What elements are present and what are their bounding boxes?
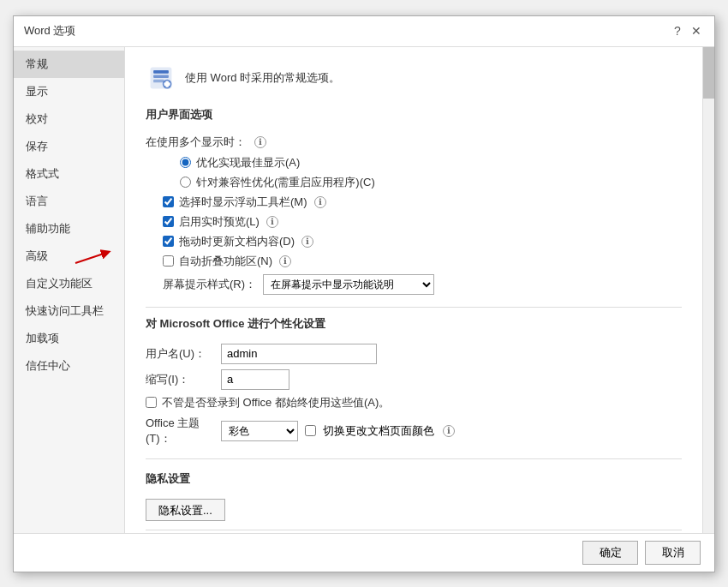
sidebar-item-general[interactable]: 常规 [14, 51, 124, 78]
optimize-label[interactable]: 优化实现最佳显示(A) [196, 155, 300, 171]
auto-collapse-row: 自动折叠功能区(N) ℹ [146, 254, 682, 269]
show-toolbar-info-icon[interactable]: ℹ [314, 196, 326, 208]
username-input[interactable] [221, 344, 377, 364]
multi-display-label: 在使用多个显示时： [146, 135, 246, 150]
auto-collapse-checkbox[interactable] [163, 255, 174, 267]
show-toolbar-row: 选择时显示浮动工具栏(M) ℹ [146, 195, 682, 210]
username-label: 用户名(U)： [146, 346, 214, 362]
compat-radio-row: 针对兼容性优化(需重启应用程序)(C) [146, 175, 682, 190]
sidebar-item-save[interactable]: 保存 [14, 133, 124, 160]
drag-update-label[interactable]: 拖动时更新文档内容(D) [179, 234, 295, 249]
always-use-checkbox[interactable] [146, 397, 157, 408]
realtime-preview-info-icon[interactable]: ℹ [266, 216, 278, 228]
screen-tip-row: 屏幕提示样式(R)： 在屏幕提示中显示功能说明 不显示功能说明 不显示屏幕提示 [146, 274, 682, 295]
scrollbar-thumb[interactable] [703, 47, 714, 99]
dialog-title: Word 选项 [24, 23, 75, 39]
sidebar-item-language[interactable]: 语言 [14, 188, 124, 215]
sidebar-item-proofing[interactable]: 校对 [14, 105, 124, 133]
personalize-section-title: 对 Microsoft Office 进行个性化设置 [146, 316, 682, 335]
always-use-row: 不管是否登录到 Office 都始终使用这些值(A)。 [146, 395, 682, 410]
realtime-preview-row: 启用实时预览(L) ℹ [146, 214, 682, 230]
sidebar-item-trust-center[interactable]: 信任中心 [14, 352, 124, 380]
help-button[interactable]: ? [670, 23, 685, 39]
drag-update-row: 拖动时更新文档内容(D) ℹ [146, 234, 682, 249]
ui-section-title: 用户界面选项 [146, 107, 682, 126]
initials-label: 缩写(I)： [146, 372, 214, 387]
sidebar-item-format[interactable]: 格式式 [14, 160, 124, 188]
svg-rect-8 [164, 82, 170, 86]
separator-2 [146, 458, 682, 459]
privacy-section: 隐私设置 隐私设置... [146, 471, 682, 521]
drag-update-checkbox[interactable] [163, 236, 174, 247]
sidebar-item-quick-access[interactable]: 快速访问工具栏 [14, 297, 124, 325]
close-button[interactable]: ✕ [689, 23, 704, 39]
realtime-preview-checkbox[interactable] [163, 216, 174, 227]
personalize-group: 对 Microsoft Office 进行个性化设置 用户名(U)： 缩写(I)… [146, 316, 682, 446]
word-options-dialog: Word 选项 ? ✕ 常规 显示 校对 保存 格式式 语言 辅助功能 高级 [13, 15, 715, 572]
initials-row: 缩写(I)： [146, 369, 682, 390]
screen-tip-select[interactable]: 在屏幕提示中显示功能说明 不显示功能说明 不显示屏幕提示 [263, 274, 434, 295]
section-icon [146, 63, 176, 93]
privacy-settings-button[interactable]: 隐私设置... [146, 499, 225, 521]
sidebar-item-accessibility[interactable]: 辅助功能 [14, 215, 124, 243]
dialog-body: 常规 显示 校对 保存 格式式 语言 辅助功能 高级 [14, 47, 714, 533]
scrollbar[interactable] [702, 47, 714, 533]
username-row: 用户名(U)： [146, 344, 682, 364]
sidebar: 常规 显示 校对 保存 格式式 语言 辅助功能 高级 [14, 47, 125, 533]
title-bar: Word 选项 ? ✕ [14, 16, 714, 47]
show-toolbar-label[interactable]: 选择时显示浮动工具栏(M) [179, 195, 307, 210]
change-bg-label[interactable]: 切换更改文档页面颜色 [323, 423, 434, 439]
auto-collapse-info-icon[interactable]: ℹ [279, 255, 291, 267]
sidebar-item-addins[interactable]: 加载项 [14, 325, 124, 352]
show-toolbar-checkbox[interactable] [163, 196, 174, 207]
multi-display-row: 在使用多个显示时： ℹ [146, 135, 682, 150]
privacy-section-title: 隐私设置 [146, 471, 682, 490]
theme-label: Office 主题(T)： [146, 416, 214, 446]
auto-collapse-label[interactable]: 自动折叠功能区(N) [179, 254, 272, 269]
initials-input[interactable] [221, 369, 289, 390]
theme-select[interactable]: 彩色 深灰色 黑色 白色 [221, 421, 298, 441]
screen-tip-label: 屏幕提示样式(R)： [163, 277, 256, 292]
privacy-button-wrapper: 隐私设置... [146, 499, 682, 521]
ok-button[interactable]: 确定 [582, 541, 638, 565]
ui-options-group: 用户界面选项 在使用多个显示时： ℹ 优化实现最佳显示(A) 针对兼容性优化(需… [146, 107, 682, 295]
multi-display-info-icon[interactable]: ℹ [254, 136, 266, 148]
section-header: 使用 Word 时采用的常规选项。 [146, 63, 682, 93]
realtime-preview-label[interactable]: 启用实时预览(L) [179, 214, 260, 230]
general-options-icon [147, 64, 175, 92]
svg-rect-4 [153, 75, 169, 78]
optimize-radio[interactable] [180, 157, 191, 168]
always-use-label[interactable]: 不管是否登录到 Office 都始终使用这些值(A)。 [162, 395, 390, 410]
dialog-footer: 确定 取消 [14, 533, 714, 572]
main-content: 使用 Word 时采用的常规选项。 用户界面选项 在使用多个显示时： ℹ 优化实… [125, 47, 702, 533]
drag-update-info-icon[interactable]: ℹ [301, 236, 313, 248]
compat-label[interactable]: 针对兼容性优化(需重启应用程序)(C) [196, 175, 375, 190]
change-bg-checkbox[interactable] [305, 425, 316, 436]
optimize-radio-row: 优化实现最佳显示(A) [146, 155, 682, 171]
cancel-button[interactable]: 取消 [645, 541, 701, 565]
svg-rect-5 [153, 79, 164, 82]
separator-1 [146, 307, 682, 308]
sidebar-item-advanced[interactable]: 高级 [14, 243, 124, 270]
section-description: 使用 Word 时采用的常规选项。 [185, 70, 340, 86]
theme-row: Office 主题(T)： 彩色 深灰色 黑色 白色 切换更改文档页面颜色 ℹ [146, 416, 682, 446]
svg-rect-3 [153, 70, 169, 74]
arrow-icon [74, 246, 116, 272]
compat-radio[interactable] [180, 177, 191, 188]
change-bg-info-icon[interactable]: ℹ [443, 425, 455, 437]
svg-line-1 [75, 253, 106, 263]
title-bar-controls: ? ✕ [670, 23, 704, 39]
separator-3 [146, 530, 682, 530]
sidebar-item-display[interactable]: 显示 [14, 78, 124, 105]
